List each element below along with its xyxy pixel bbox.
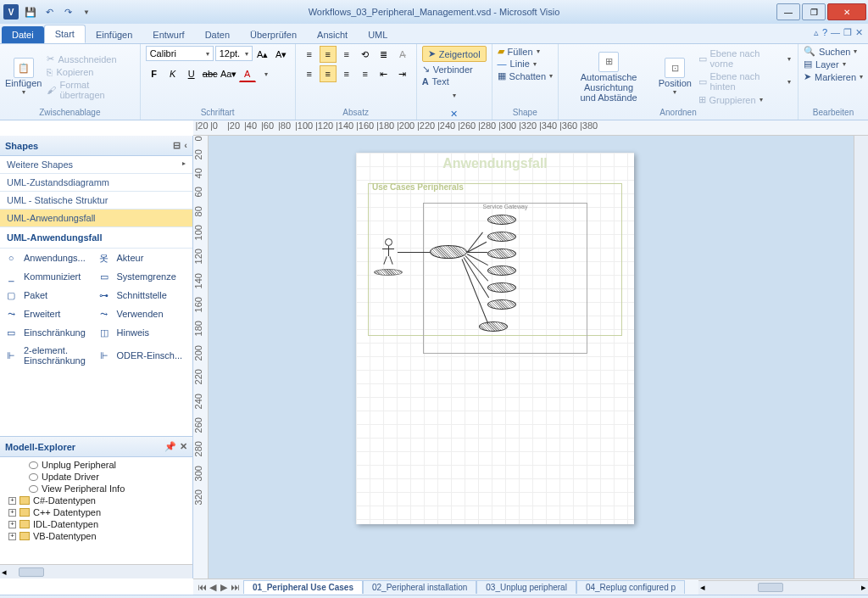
tree-node[interactable]: +C#-Datentypen: [2, 495, 191, 506]
shape-schnittstelle[interactable]: ⊶Schnittstelle: [97, 289, 190, 301]
shape-anwendungsfall[interactable]: ○Anwendungs...: [3, 252, 97, 264]
sheet-first-icon[interactable]: ⏮: [197, 582, 207, 593]
increase-indent-button[interactable]: ⇥: [394, 65, 411, 82]
usecase-node[interactable]: [479, 321, 508, 332]
align-bottom-button[interactable]: ≡: [338, 46, 355, 63]
close-button[interactable]: ✕: [827, 3, 866, 20]
orientation-button[interactable]: ⟲: [357, 46, 374, 63]
tree-node[interactable]: +C++ Datentypen: [2, 506, 191, 518]
pane-collapse-arrow-icon[interactable]: ‹: [184, 140, 187, 151]
decrease-indent-button[interactable]: ⇤: [376, 65, 392, 82]
align-center-button[interactable]: ≡: [320, 65, 337, 82]
shape-akteur[interactable]: 옷Akteur: [97, 252, 190, 264]
uml-zustand-item[interactable]: UML-Zustandsdiagramm: [0, 174, 192, 192]
align-justify-button[interactable]: ≡: [357, 65, 374, 82]
italic-button[interactable]: K: [164, 65, 181, 82]
qat-customize-icon[interactable]: ▼: [78, 3, 95, 20]
tree-node[interactable]: Update Driver: [2, 471, 191, 483]
tab-entwurf[interactable]: Entwurf: [142, 26, 194, 43]
actor-base[interactable]: [374, 269, 403, 276]
strike-button[interactable]: abc: [202, 65, 219, 82]
mdi-minimize-icon[interactable]: —: [831, 27, 840, 38]
shape-einschraenkung[interactable]: ▭Einschränkung: [3, 327, 97, 338]
connector[interactable]: [398, 252, 430, 253]
ebene-vorne-button[interactable]: ▭Ebene nach vorne▾: [697, 48, 793, 70]
shape-systemgrenze[interactable]: ▭Systemgrenze: [97, 271, 190, 282]
pane-collapse-icon[interactable]: ⊟: [173, 140, 181, 151]
sheet-last-icon[interactable]: ⏭: [230, 582, 240, 593]
shape-kommuniziert[interactable]: ⎯Kommuniziert: [3, 271, 97, 282]
usecase-node[interactable]: [487, 265, 516, 276]
sheet-next-icon[interactable]: ▶: [219, 582, 229, 593]
connector[interactable]: [467, 252, 487, 253]
underline-button[interactable]: U: [183, 65, 200, 82]
use-case-frame[interactable]: Use Cases Peripherals Service Gateway: [368, 183, 622, 336]
shape-erweitert[interactable]: ⤳Erweitert: [3, 308, 97, 320]
tree-node[interactable]: +IDL-Datentypen: [2, 518, 191, 530]
position-button[interactable]: ⊡ Position▾: [657, 49, 693, 105]
einfuegen-button[interactable]: 📋 Einfügen▾: [5, 49, 42, 105]
sheet-prev-icon[interactable]: ◀: [208, 582, 218, 593]
linie-button[interactable]: ―Linie▾: [498, 59, 537, 69]
pane-close-icon[interactable]: ✕: [180, 441, 187, 452]
sheet-tab-3[interactable]: 03_Unplug peripheral: [476, 580, 576, 594]
actor-shape[interactable]: [381, 238, 396, 263]
ebene-hinten-button[interactable]: ▭Ebene nach hinten▾: [697, 70, 793, 92]
explorer-tree[interactable]: Unplug Peripheral Update Driver View Per…: [0, 457, 192, 564]
align-right-button[interactable]: ≡: [338, 65, 355, 82]
tab-uml[interactable]: UML: [358, 26, 398, 43]
shape-oder[interactable]: ⊩ODER-Einsch...: [97, 345, 190, 366]
tree-node[interactable]: +VB-Datentypen: [2, 530, 191, 542]
sheet-tab-4[interactable]: 04_Replug configured p: [576, 580, 685, 594]
text-button[interactable]: AText: [422, 76, 449, 87]
verbinder-button[interactable]: ↘Verbinder: [422, 64, 473, 75]
sheet-tab-1[interactable]: 01_Peripheral Use Cases: [243, 580, 363, 594]
grow-font-button[interactable]: A▴: [254, 46, 271, 63]
font-color-button[interactable]: A: [239, 65, 256, 82]
maximize-button[interactable]: ❐: [802, 3, 826, 20]
pane-pin-icon[interactable]: 📌: [164, 441, 176, 452]
usecase-node[interactable]: [487, 299, 516, 310]
mdi-restore-icon[interactable]: ❐: [843, 27, 852, 38]
usecase-main[interactable]: [430, 245, 467, 259]
tree-node[interactable]: Unplug Peripheral: [2, 459, 191, 471]
suchen-button[interactable]: 🔍Suchen▾: [804, 46, 857, 57]
usecase-node[interactable]: [487, 232, 516, 242]
ausschneiden-button[interactable]: ✂Ausschneiden: [45, 53, 134, 65]
case-button[interactable]: Aa▾: [220, 65, 237, 82]
usecase-node[interactable]: [487, 215, 516, 225]
auto-ausrichtung-button[interactable]: ⊞ Automatische Ausrichtung und Abstände: [564, 49, 654, 105]
system-boundary[interactable]: Service Gateway: [423, 203, 587, 354]
gruppieren-button[interactable]: ⊞Gruppieren▾: [697, 93, 793, 106]
markieren-button[interactable]: ➤Markieren▾: [804, 71, 863, 82]
shape-paket[interactable]: ▢Paket: [3, 289, 97, 301]
explorer-scrollbar[interactable]: ◂: [0, 564, 192, 578]
uml-statisch-item[interactable]: UML - Statische Struktur: [0, 192, 192, 210]
minimize-button[interactable]: —: [776, 3, 800, 20]
connection-point-button[interactable]: ✕: [446, 105, 463, 122]
clear-format-button[interactable]: A̶: [394, 46, 411, 63]
font-size-combo[interactable]: 12pt.▾: [215, 46, 253, 61]
zeigertool-button[interactable]: ➤Zeigertool: [422, 46, 487, 62]
help-icon[interactable]: ?: [822, 27, 827, 38]
weitere-shapes-item[interactable]: Weitere Shapes▸: [0, 156, 192, 174]
align-left-button[interactable]: ≡: [301, 65, 318, 82]
align-middle-button[interactable]: ≡: [320, 46, 337, 63]
tab-start[interactable]: Start: [44, 25, 86, 43]
tab-datei[interactable]: Datei: [2, 26, 44, 43]
tab-einfuegen[interactable]: Einfügen: [86, 26, 142, 43]
canvas[interactable]: Anwendungsfall Use Cases Peripherals Ser…: [209, 136, 854, 578]
vertical-scrollbar[interactable]: [854, 136, 868, 578]
uml-anwendungsfall-item[interactable]: UML-Anwendungsfall: [0, 210, 192, 227]
shrink-font-button[interactable]: A▾: [273, 46, 290, 63]
rectangle-tool-button[interactable]: ▾: [446, 87, 463, 103]
format-uebertragen-button[interactable]: 🖌Format übertragen: [45, 79, 134, 101]
align-top-button[interactable]: ≡: [301, 46, 318, 63]
usecase-node[interactable]: [487, 282, 516, 293]
shape-hinweis[interactable]: ◫Hinweis: [97, 327, 190, 338]
undo-icon[interactable]: ↶: [41, 3, 58, 20]
tab-daten[interactable]: Daten: [195, 26, 240, 43]
tree-node[interactable]: View Peripheral Info: [2, 483, 191, 495]
kopieren-button[interactable]: ⎘Kopieren: [45, 66, 134, 78]
layer-button[interactable]: ▤Layer▾: [804, 59, 846, 70]
